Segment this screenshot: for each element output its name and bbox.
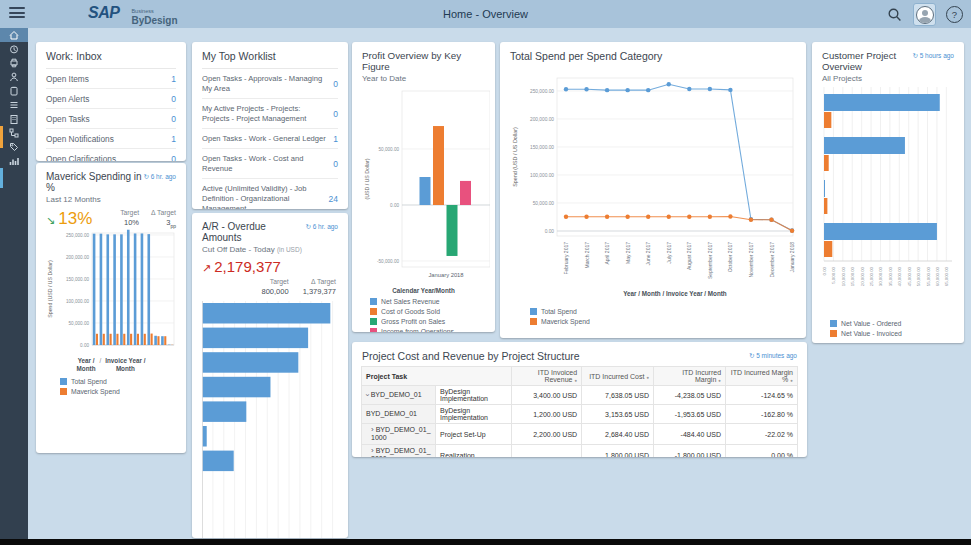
org-chart-icon (8, 127, 20, 139)
svg-text:January 2018: January 2018 (789, 242, 795, 273)
inbox-row-count: 1 (171, 74, 176, 84)
svg-text:March 2017: March 2017 (584, 242, 590, 269)
legend-item: Maverick Spend (530, 318, 796, 325)
sort-dot-icon: ● (574, 378, 577, 383)
x-axis-title: Year /Month/Invoice Year /Month (46, 357, 176, 372)
svg-text:150,000.00: 150,000.00 (530, 145, 554, 150)
column-header[interactable]: ITD Invoiced Revenue● (512, 367, 582, 386)
cell-project-task[interactable]: ›BYD_DEMO_01 (362, 405, 436, 424)
inbox-row[interactable]: Open Tasks0 (46, 109, 176, 129)
sidebar-item-tags[interactable] (0, 140, 28, 154)
refresh-link[interactable]: ↻ 6 hr. ago (305, 223, 338, 231)
total-spend-chart: 0.0050,000.00100,000.00150,000.00200,000… (510, 64, 796, 302)
sidebar-item-org-chart[interactable] (0, 126, 28, 140)
inbox-row-label: Open Clarifications (46, 154, 116, 162)
svg-text:15,000.00: 15,000.00 (850, 266, 855, 286)
legend-label: Total Spend (541, 308, 577, 315)
sidebar-item-analytics[interactable] (0, 154, 28, 168)
cell-project-name: ByDesign Implementation (436, 386, 512, 405)
table-row[interactable]: ›BYD_DEMO_01ByDesign Implementation3,400… (362, 386, 798, 405)
column-header[interactable]: ITD Incurred Margin %● (726, 367, 798, 386)
worklist-row[interactable]: Open Tasks - Work - General Ledger1 (202, 129, 338, 149)
legend-item: Gross Profit on Sales (370, 318, 485, 325)
cell-amount: 1,800.00 USD (582, 445, 654, 458)
refresh-link[interactable]: ↻ 5 hours ago (912, 52, 954, 60)
user-avatar-button[interactable] (913, 3, 936, 26)
inbox-row-count: 0 (171, 154, 176, 162)
card-title: Work: Inbox (46, 50, 102, 62)
expand-caret-icon[interactable]: › (371, 427, 374, 433)
column-header-project-task[interactable]: Project Task (362, 367, 512, 386)
column-header[interactable]: ITD Incurred Margin● (654, 367, 726, 386)
svg-text:50,000.00: 50,000.00 (533, 201, 555, 206)
cell-project-task[interactable]: ›BYD_DEMO_01 (362, 386, 436, 405)
sidebar-item-clipboard[interactable] (0, 84, 28, 98)
people-icon (8, 71, 20, 83)
svg-text:200,000.00: 200,000.00 (66, 255, 89, 260)
refresh-link[interactable]: ↻ 5 minutes ago (749, 352, 797, 360)
card-title: Maverick Spending in % (46, 171, 143, 193)
legend-label: Net Value - Ordered (841, 320, 901, 327)
legend-item: Income from Operations (370, 328, 485, 332)
worklist-row[interactable]: Open Tasks - Work - Cost and Revenue0 (202, 149, 338, 179)
table-row[interactable]: ›BYD_DEMO_01ByDesign Implementation1,200… (362, 405, 798, 424)
sidebar-item-home[interactable] (0, 28, 28, 42)
table-row[interactable]: ›BYD_DEMO_01_1000Project Set-Up2,200.00 … (362, 424, 798, 445)
taskbar-strip (0, 539, 971, 545)
card-subtitle: Last 12 Months (36, 193, 186, 204)
table-row[interactable]: ›BYD_DEMO_01_3000Realization1,800.00 USD… (362, 445, 798, 458)
inbox-list: Open Items1Open Alerts0Open Tasks0Open N… (36, 69, 186, 161)
sidebar-item-print[interactable] (0, 56, 28, 70)
inbox-row[interactable]: Open Items1 (46, 69, 176, 89)
kpi-value[interactable]: ↗ 2,179,377 (202, 258, 281, 275)
svg-text:August 2017: August 2017 (686, 242, 692, 270)
column-header[interactable]: ITD Incurred Cost● (582, 367, 654, 386)
svg-text:200,000.00: 200,000.00 (530, 117, 554, 122)
sidebar-item-history[interactable] (0, 42, 28, 56)
worklist-row[interactable]: Open Tasks - Approvals - Managing My Are… (202, 69, 338, 99)
kpi-value[interactable]: ↘ 13% (46, 209, 92, 229)
card-subtitle: Cut Off Date - Today (in USD) (192, 243, 348, 254)
ar-overdue-chart (202, 301, 338, 538)
customer-project-chart: 0.005,000.0010,000.0015,000.0020,000.002… (822, 87, 954, 315)
worklist-row-label: Open Tasks - Approvals - Managing My Are… (202, 74, 327, 94)
kpi-targets: Target800,000 Δ Target1,379,377 (192, 275, 348, 296)
expand-caret-icon[interactable]: › (371, 448, 374, 454)
nav-marker-orange (0, 126, 3, 148)
svg-text:65,000.00: 65,000.00 (944, 266, 949, 286)
refresh-link[interactable]: ↻ 6 hr. ago (143, 173, 176, 181)
svg-text:February 2017: February 2017 (563, 242, 569, 275)
expand-caret-icon[interactable]: › (364, 394, 370, 397)
help-icon[interactable]: ? (946, 6, 963, 23)
sidebar-item-people[interactable] (0, 70, 28, 84)
card-title: My Top Worklist (202, 50, 276, 62)
chart-legend: Total SpendMaverick Spend (60, 378, 176, 395)
svg-text:100,000.00: 100,000.00 (530, 173, 554, 178)
worklist-row[interactable]: My Active Projects - Projects: Projects … (202, 99, 338, 129)
inbox-row-label: Open Tasks (46, 114, 90, 124)
legend-item: Total Spend (530, 308, 796, 315)
svg-text:0.00: 0.00 (545, 229, 555, 234)
cell-project-name: Project Set-Up (436, 424, 512, 445)
search-icon[interactable] (887, 7, 903, 23)
legend-swatch (370, 308, 377, 315)
cell-amount: 7,638.05 USD (582, 386, 654, 405)
inbox-row-count: 0 (171, 94, 176, 104)
profit-overview-chart: -50,000.000.0050,000.00January 2018(USD … (362, 87, 490, 281)
sidebar-item-worklist[interactable] (0, 98, 28, 112)
svg-text:April 2017: April 2017 (604, 242, 610, 265)
legend-swatch (370, 298, 377, 305)
inbox-row[interactable]: Open Alerts0 (46, 89, 176, 109)
cell-project-task[interactable]: ›BYD_DEMO_01_3000 (362, 445, 436, 458)
cell-project-task[interactable]: ›BYD_DEMO_01_1000 (362, 424, 436, 445)
cell-amount: 2,684.40 USD (582, 424, 654, 445)
worklist-row-label: Open Tasks - Work - General Ledger (202, 134, 326, 144)
sidebar-item-company[interactable] (0, 112, 28, 126)
maverick-spending-chart: 0.0050,000.00100,000.00150,000.00200,000… (46, 229, 176, 350)
inbox-row[interactable]: Open Clarifications0 (46, 149, 176, 161)
worklist-row-count: 1 (333, 134, 338, 144)
worklist-row[interactable]: Active (Unlimited Validity) - Job Defini… (202, 179, 338, 209)
cell-amount: -1,953.65 USD (654, 405, 726, 424)
svg-text:Year / Month / Invoice Year /: Year / Month / Invoice Year / Month (623, 290, 727, 297)
inbox-row[interactable]: Open Notifications1 (46, 129, 176, 149)
